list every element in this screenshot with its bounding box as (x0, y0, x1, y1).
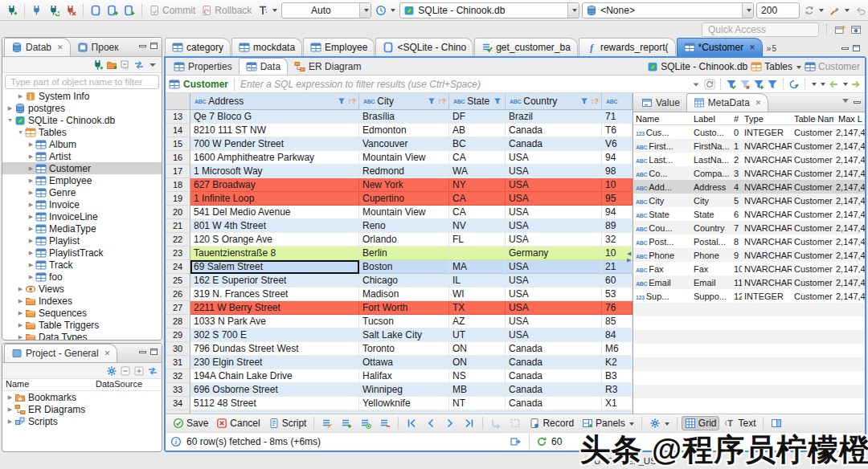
editor-tab-rewards-report[interactable]: frewards_report( (579, 38, 676, 56)
grid-cell[interactable]: NS (449, 369, 506, 383)
navigator-item-customer[interactable]: ▶Customer (2, 162, 162, 174)
grid-cell[interactable]: Madison (359, 288, 449, 301)
row-number[interactable]: 18 (166, 178, 190, 192)
first-row-icon[interactable] (403, 416, 420, 430)
editor-tab-get-customer-ba[interactable]: get_customer_ba (474, 38, 578, 56)
last-row-icon[interactable] (461, 416, 478, 430)
grid-cell[interactable]: K2 (602, 356, 633, 369)
project-column-name[interactable]: Name (2, 379, 92, 390)
run-filter-icon[interactable] (788, 79, 800, 90)
close-icon[interactable]: ✕ (755, 99, 762, 107)
grid-cell[interactable]: Germany (506, 247, 602, 260)
grid-cell[interactable]: Canada (506, 397, 602, 410)
grid-cell[interactable]: Halifax (359, 369, 449, 383)
metadata-row-address[interactable]: ABCAdd...Address4NVARCHARCustomer2,147,4… (633, 180, 865, 194)
dropdown-caret-icon[interactable] (821, 83, 825, 88)
grid-cell[interactable]: Winnipeg (359, 383, 449, 397)
metadata-column-label[interactable]: Label (691, 114, 731, 124)
reconnect-icon[interactable] (47, 4, 61, 17)
expand-arrow-icon[interactable]: ▶ (6, 418, 14, 425)
grid-cell[interactable]: 98 (602, 165, 633, 178)
grid-cell[interactable]: New York (359, 178, 449, 192)
expand-arrow-icon[interactable]: ▶ (6, 105, 14, 112)
grid-cell[interactable]: 53 (602, 288, 633, 301)
copy-row-icon[interactable] (357, 416, 375, 430)
filter-remove-icon[interactable] (739, 79, 751, 90)
metadata-row-suppo[interactable]: 123Sup...Suppo...12INTEGERCustomer2,147,… (633, 289, 865, 303)
minus-box-icon[interactable] (120, 365, 131, 377)
grid-cell[interactable]: 230 Elgin Street (190, 356, 359, 369)
expand-arrow-icon[interactable]: ▶ (27, 274, 35, 280)
cancel-button[interactable]: Cancel (213, 416, 263, 430)
fetch-all-icon[interactable] (506, 416, 524, 430)
navigator-item-table-triggers[interactable]: ▶Table Triggers (2, 319, 162, 331)
editor-tab-mockdata[interactable]: mockdata (231, 38, 302, 56)
grid-cell[interactable]: Canada (506, 124, 602, 137)
close-icon[interactable]: ✕ (104, 349, 111, 357)
grid-cell[interactable]: USA (506, 328, 602, 342)
panel-splitter[interactable]: ◀▶ (627, 251, 631, 263)
filter-save-icon[interactable] (726, 79, 737, 90)
grid-cell[interactable]: CA (449, 206, 506, 219)
dropdown-caret-icon[interactable] (690, 79, 702, 90)
navigator-item-playlisttrack[interactable]: ▶PlaylistTrack (2, 247, 162, 259)
grid-cell[interactable]: 60 (602, 274, 633, 288)
grid-cell[interactable]: T6 (602, 124, 633, 137)
row-number[interactable]: 19 (166, 192, 190, 206)
grid-cell[interactable]: USA (506, 260, 602, 274)
sort-indicator-icon[interactable]: ↕? (591, 97, 599, 105)
sync-connection-icon[interactable] (802, 4, 825, 17)
combo-dropdown-icon[interactable] (567, 3, 579, 18)
breadcrumb-item-tables[interactable]: Tables (751, 61, 801, 72)
row-number[interactable]: 21 (166, 219, 190, 233)
grid-cell[interactable]: V6 (602, 137, 633, 151)
grid-cell[interactable]: 541 Del Medio Avenue (190, 206, 359, 219)
grid-cell[interactable]: 319 N. Frances Street (190, 288, 359, 301)
funnel-icon[interactable] (426, 96, 437, 107)
grid-cell[interactable]: 69 Salem Street (190, 260, 359, 274)
grid-cell[interactable]: USA (506, 165, 602, 178)
grid-cell[interactable]: NY (449, 178, 506, 192)
dropdown-caret-icon[interactable] (272, 9, 277, 14)
view-menu-icon[interactable] (147, 59, 158, 71)
navigator-filter-input[interactable]: Type part of object name to filter (5, 75, 159, 89)
collapse-all-icon[interactable] (120, 59, 131, 71)
record-button[interactable]: Record (526, 416, 577, 430)
grid-cell[interactable]: 76 (602, 301, 633, 315)
grid-cell[interactable]: FL (449, 233, 506, 247)
grid-cell[interactable]: ON (449, 342, 506, 356)
grid-cell[interactable]: Canada (506, 383, 602, 397)
breadcrumb-item-sqlite-chinook-db[interactable]: SQLite - Chinook.db (647, 61, 747, 72)
fetch-size-input[interactable]: 200 (756, 2, 800, 18)
grid-cell[interactable]: Canada (506, 342, 602, 356)
grid-cell[interactable]: Mountain View (359, 151, 449, 165)
grid-cell[interactable]: 796 Dundas Street West (190, 342, 359, 356)
grid-cell[interactable]: 1600 Amphitheatre Parkway (190, 151, 359, 165)
link-editor-icon[interactable] (133, 59, 145, 71)
column-header-city[interactable]: ABCCity↕? (359, 93, 449, 109)
gear-icon[interactable] (106, 365, 117, 377)
row-number[interactable]: 29 (166, 328, 190, 342)
expand-arrow-icon[interactable]: ▶ (16, 334, 25, 341)
refresh-icon[interactable] (536, 436, 547, 447)
grid-cell[interactable]: Boston (359, 260, 449, 274)
grid-cell[interactable]: 194A Chain Lake Drive (190, 369, 359, 383)
navigator-item-invoiceline[interactable]: ▶InvoiceLine (2, 210, 162, 222)
editor-tab-category[interactable]: category (165, 38, 231, 56)
grid-cell[interactable]: USA (506, 206, 602, 219)
rollback-button[interactable]: Rollback (199, 4, 253, 17)
funnel-icon[interactable] (767, 79, 778, 90)
dropdown-caret-icon[interactable] (819, 9, 824, 14)
expand-arrow-icon[interactable]: ▶ (16, 310, 25, 316)
new-sql-editor-icon[interactable] (122, 4, 137, 17)
delete-row-icon[interactable] (376, 416, 394, 430)
dropdown-caret-icon[interactable] (845, 9, 850, 14)
grid-cell[interactable]: DF (449, 110, 506, 124)
expand-arrow-icon[interactable]: ▶ (27, 238, 35, 244)
grid-cell[interactable]: Canada (506, 137, 602, 151)
project-item-er-diagrams[interactable]: ▶ER Diagrams (2, 403, 162, 415)
grid-cell[interactable]: ON (449, 356, 506, 369)
grid-cell[interactable]: Tucson (359, 315, 449, 328)
grid-cell[interactable]: UT (449, 328, 506, 342)
grid-cell[interactable]: Brasília (359, 110, 449, 124)
